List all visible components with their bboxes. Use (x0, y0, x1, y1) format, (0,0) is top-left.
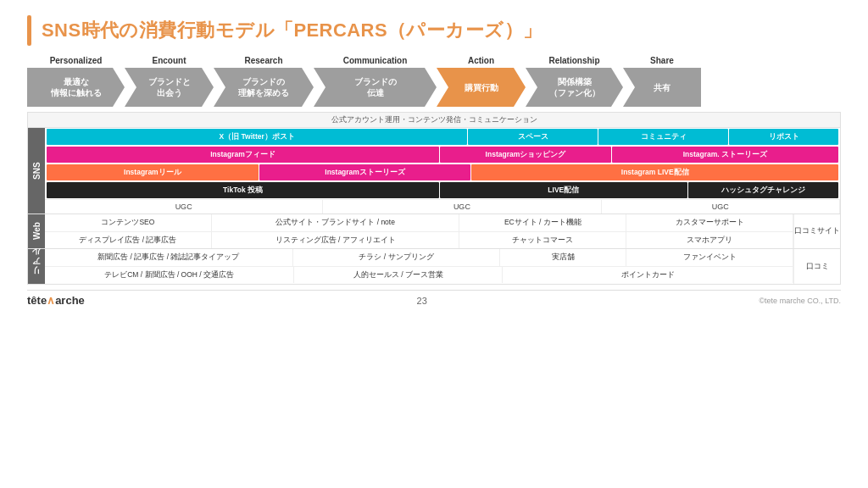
title-bar: SNS時代の消費行動モデル「PERCARS（パーカーズ）」 (27, 15, 841, 46)
label-リアル: リアル (28, 249, 45, 284)
stage-label-0: Personalized (50, 56, 103, 65)
bar-segment-1-0: Instagramフィード (47, 147, 439, 163)
bar-segment-2-0: Instagramリール (47, 164, 259, 180)
stage-arrow-1: ブランドと 出会う (125, 68, 214, 107)
stage-arrow-3: ブランドの 伝達 (314, 68, 437, 107)
stage-arrow-inner-1: ブランドと 出会う (125, 68, 214, 107)
stage-arrow-inner-2: ブランドの 理解を深める (214, 68, 314, 107)
content-リアル: 新聞広告 / 記事広告 / 雑誌記事タイアップチラシ / サンプリング実店舗ファ… (45, 249, 840, 284)
bar-segment-0-1: スペース (468, 129, 598, 145)
copyright: ©tete marche CO., LTD. (759, 297, 841, 305)
stage-arrow-0: 最適な 情報に触れる (27, 68, 125, 107)
stage-arrow-inner-0: 最適な 情報に触れる (27, 68, 125, 107)
stage-research: Researchブランドの 理解を深める (214, 56, 314, 107)
stage-label-2: Research (244, 56, 282, 65)
stage-arrow-2: ブランドの 理解を深める (214, 68, 314, 107)
page-number: 23 (417, 296, 427, 306)
ugc-cell-0: UGC (45, 200, 323, 214)
bar-line-2: InstagramリールInstagramストーリーズInstagram LIV… (47, 164, 838, 180)
bar-segment-3-0: TikTok 投稿 (47, 182, 439, 198)
sns-header: 公式アカウント運用・コンテンツ発信・コミュニケーション (27, 112, 841, 128)
section-SNS: SNSX（旧 Twitter）ポストスペースコミュニティリポストInstagra… (27, 128, 841, 214)
stage-arrow-5: 関係構築 （ファン化） (526, 68, 623, 107)
stage-arrow-inner-5: 関係構築 （ファン化） (526, 68, 623, 107)
content-Web: コンテンツSEO公式サイト・ブランドサイト / noteECサイト / カート機… (45, 214, 840, 248)
bar-segment-0-2: コミュニティ (598, 129, 728, 145)
ugc-cell-1: UGC (323, 200, 601, 214)
stage-arrow-inner-4: 購買行動 (437, 68, 526, 107)
bar-line-1: InstagramフィードInstagramショッピングInstagram. ス… (47, 147, 838, 163)
section-リアル-text: リアル新聞広告 / 記事広告 / 雑誌記事タイアップチラシ / サンプリング実店… (27, 249, 841, 285)
section-Web-text: WebコンテンツSEO公式サイト・ブランドサイト / noteECサイト / カ… (27, 214, 841, 249)
logo: tête∧arche (27, 294, 85, 307)
stage-arrow-inner-6: 共有 (623, 68, 701, 107)
stage-arrow-6: 共有 (623, 68, 701, 107)
stage-label-6: Share (650, 56, 674, 65)
stage-arrow-inner-3: ブランドの 伝達 (314, 68, 437, 107)
percars-flow: Personalized最適な 情報に触れるEncountブランドと 出会うRe… (27, 56, 841, 107)
ugc-line: UGCUGCUGC (45, 199, 840, 214)
stage-arrow-4: 購買行動 (437, 68, 526, 107)
bar-segment-3-1: LIVE配信 (440, 182, 687, 198)
page: SNS時代の消費行動モデル「PERCARS（パーカーズ）」 Personaliz… (0, 0, 868, 488)
bar-segment-2-2: Instagram LIVE配信 (471, 164, 838, 180)
stage-relationship: Relationship関係構築 （ファン化） (526, 56, 623, 107)
stage-share: Share共有 (623, 56, 701, 107)
bar-segment-2-1: Instagramストーリーズ (259, 164, 471, 180)
section-content-SNS: X（旧 Twitter）ポストスペースコミュニティリポストInstagramフィ… (45, 128, 840, 214)
bar-segment-1-1: Instagramショッピング (440, 147, 611, 163)
stage-label-1: Encount (153, 56, 186, 65)
bar-segment-0-0: X（旧 Twitter）ポスト (47, 129, 467, 145)
bar-segment-1-2: Instagram. ストーリーズ (612, 147, 838, 163)
footer: tête∧arche 23 ©tete marche CO., LTD. (27, 290, 841, 307)
stage-label-5: Relationship (548, 56, 599, 65)
bar-line-0: X（旧 Twitter）ポストスペースコミュニティリポスト (47, 129, 838, 145)
page-title: SNS時代の消費行動モデル「PERCARS（パーカーズ）」 (42, 18, 542, 43)
bar-segment-3-2: ハッシュタグチャレンジ (688, 182, 838, 198)
stage-personalized: Personalized最適な 情報に触れる (27, 56, 125, 107)
title-accent (27, 15, 31, 46)
stage-encount: Encountブランドと 出会う (125, 56, 214, 107)
stage-label-4: Action (468, 56, 494, 65)
bar-segment-0-3: リポスト (729, 129, 838, 145)
stage-label-3: Communication (343, 56, 408, 65)
stage-action: Action購買行動 (437, 56, 526, 107)
label-Web: Web (28, 214, 45, 248)
stage-communication: Communicationブランドの 伝達 (314, 56, 437, 107)
bar-line-3: TikTok 投稿LIVE配信ハッシュタグチャレンジ (47, 182, 838, 198)
main-content: 公式アカウント運用・コンテンツ発信・コミュニケーションSNSX（旧 Twitte… (27, 112, 841, 285)
section-label-SNS: SNS (28, 128, 45, 214)
ugc-cell-2: UGC (602, 200, 841, 214)
